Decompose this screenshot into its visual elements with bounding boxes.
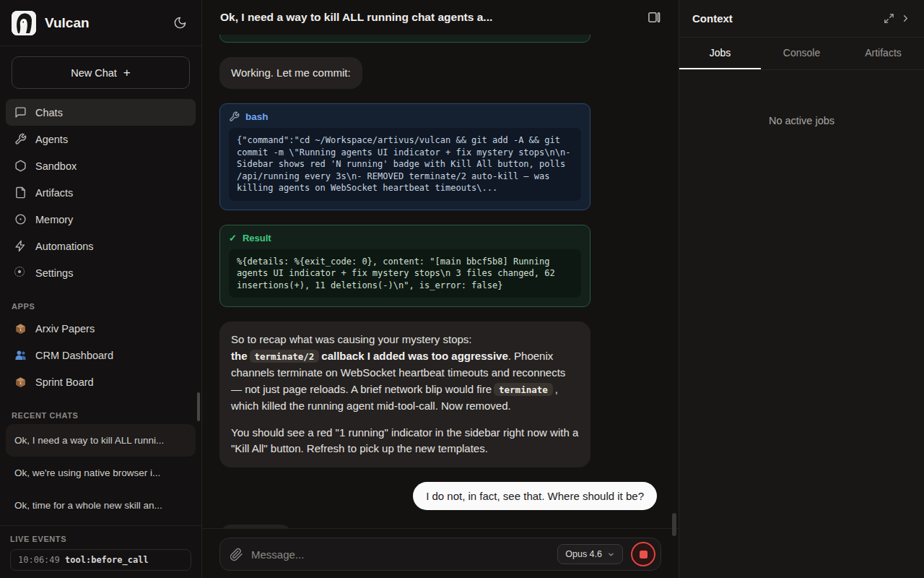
package-icon [14,376,27,388]
tool-call-bash[interactable]: bash {"command":"cd ~/Workspace/artivus/… [219,103,590,210]
wrench-tool-icon [229,111,240,122]
live-event-time: 10:06:49 [18,555,60,565]
sidebar-item-automations[interactable]: Automations [6,233,196,259]
assistant-message: So to recap what was causing your myster… [219,322,590,467]
app-title: Vulcan [45,15,162,31]
context-panel: Context Jobs Console Artifacts No active… [679,0,924,578]
expand-panel-button[interactable] [881,10,897,27]
sidebar-header: Vulcan [0,0,201,46]
package-icon [14,322,27,335]
collapse-panel-button[interactable] [897,10,914,27]
nav-label: Agents [35,134,68,145]
sidebar-item-memory[interactable]: Memory [6,206,196,233]
recap-paragraph-2: You should see a red "1 running" indicat… [231,425,579,457]
sidebar-item-chats[interactable]: Chats [6,99,196,126]
apps-section-label: APPS [12,302,190,311]
stop-square-icon [640,551,648,558]
clipped-result-block [219,35,590,43]
live-events-label: LIVE EVENTS [10,535,191,543]
tool-result-code: %{details: %{exit_code: 0}, content: "[m… [229,249,581,298]
live-events-section: LIVE EVENTS 10:06:49 tool:before_call [0,525,201,578]
file-icon [14,186,27,199]
settings-icon [14,267,27,279]
message-composer: Opus 4.6 [219,538,661,571]
chat-title: Ok, I need a way to kill ALL running cha… [220,11,644,24]
plus-icon: + [123,66,131,80]
nav-label: Artifacts [35,187,73,199]
chevron-right-icon [900,13,911,24]
app-label: Arxiv Papers [35,323,95,335]
sidebar-item-settings[interactable]: Settings [6,259,196,286]
app-item-arxiv-papers[interactable]: Arxiv Papers [6,315,196,342]
sidebar-item-sandbox[interactable]: Sandbox [6,152,196,179]
new-chat-button[interactable]: New Chat + [12,56,190,89]
recent-chats-label: RECENT CHATS [12,411,190,420]
sidebar: Vulcan New Chat + Chats Agents [0,0,202,578]
tool-result-block[interactable]: ✓ Result %{details: %{exit_code: 0}, con… [219,225,590,308]
memory-icon [14,213,27,225]
recent-chats-list: Ok, I need a way to kill ALL runni... Ok… [0,424,201,522]
check-icon: ✓ [229,233,237,243]
model-name: Opus 4.6 [565,549,602,559]
chat-scrollbar[interactable] [672,513,676,536]
sidebar-scrollbar[interactable] [197,392,200,421]
stop-generation-button[interactable] [631,542,655,566]
message-input[interactable] [251,548,549,561]
app-label: Sprint Board [35,376,94,388]
sidebar-item-agents[interactable]: Agents [6,126,196,152]
tool-command-code: {"command":"cd ~/Workspace/artivus/vulca… [229,128,581,201]
empty-state-text: No active jobs [679,115,924,126]
sidebar-item-artifacts[interactable]: Artifacts [6,179,196,206]
users-icon [14,349,27,361]
nav-label: Automations [35,241,94,252]
apps-list: Arxiv Papers CRM Dashboard Sprint Board [0,315,201,395]
hexagon-icon [14,160,27,172]
tab-console[interactable]: Console [761,38,842,69]
vulcan-logo [12,11,36,35]
app-item-crm-dashboard[interactable]: CRM Dashboard [6,342,196,368]
recent-chat-item[interactable]: Ok, time for a whole new skill an... [6,489,196,522]
sidebar-scroll: Chats Agents Sandbox Artifacts Memory [0,89,201,525]
attach-file-button[interactable] [230,548,243,561]
tab-artifacts[interactable]: Artifacts [842,38,924,69]
nav-label: Memory [35,214,73,225]
model-selector[interactable]: Opus 4.6 [557,544,623,564]
nav-label: Sandbox [35,160,77,172]
assistant-message: Working. Let me commit: [219,57,362,89]
app-label: CRM Dashboard [35,350,113,361]
nav-label: Settings [35,267,73,279]
context-header: Context [679,0,924,38]
panel-right-icon [647,10,661,25]
moon-icon [173,16,187,30]
toggle-context-panel-button[interactable] [644,7,664,27]
new-chat-label: New Chat [71,67,117,79]
app-window: Vulcan New Chat + Chats Agents [0,0,924,578]
context-tabs: Jobs Console Artifacts [679,38,924,70]
nav-label: Chats [35,107,63,118]
chat-header: Ok, I need a way to kill ALL running cha… [202,0,679,35]
tool-name: bash [245,111,269,122]
chevron-down-icon [607,551,615,558]
chat-bubble-icon [14,106,27,118]
tab-jobs[interactable]: Jobs [679,38,761,69]
recent-chat-item[interactable]: Ok, I need a way to kill ALL runni... [6,424,196,457]
chat-main: Ok, I need a way to kill ALL running cha… [202,0,679,578]
wrench-icon [14,133,27,145]
recent-chat-item[interactable]: Ok, we're using native browser i... [6,457,196,489]
result-label: Result [243,233,271,243]
composer-area: Opus 4.6 [202,528,679,578]
paperclip-icon [230,548,243,561]
maximize-icon [884,13,894,24]
context-title: Context [692,12,881,25]
sidebar-nav: Chats Agents Sandbox Artifacts Memory [0,99,201,286]
message-list[interactable]: Working. Let me commit: bash {"command":… [202,35,679,528]
dark-mode-toggle[interactable] [170,13,190,33]
zap-icon [14,240,27,252]
app-item-sprint-board[interactable]: Sprint Board [6,368,196,395]
live-event-entry: 10:06:49 tool:before_call [10,549,191,571]
user-message: I do not, in fact, see that. Where shoul… [413,482,657,510]
recap-paragraph-1: So to recap what was causing your myster… [231,332,579,415]
live-event-text: tool:before_call [65,555,149,565]
